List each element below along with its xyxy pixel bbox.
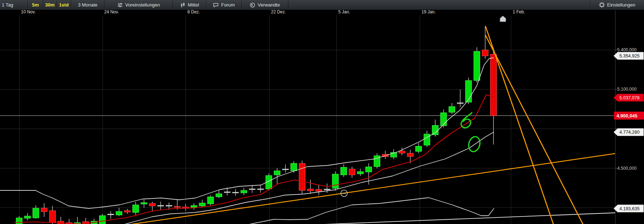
sliders-icon [117, 2, 123, 8]
candlestick-icon [180, 2, 186, 8]
forum-label: Forum [221, 2, 235, 8]
price-flag-label: 5.354,925 [619, 53, 640, 59]
bearish-candle [149, 203, 156, 206]
einstellungen-label: Einstellungen [607, 2, 635, 8]
timeframe-30m-label: 30m [45, 2, 55, 8]
gear-icon [599, 2, 605, 8]
date-label: 19 Jan. [421, 9, 436, 14]
bullish-candle [416, 146, 422, 151]
timeframe-30m-button[interactable]: 30m [43, 0, 57, 10]
bullish-candle [216, 194, 222, 197]
doji-candle [107, 214, 114, 215]
bullish-candle [33, 208, 39, 218]
bullish-candle [141, 203, 147, 204]
bullish-candle [25, 216, 31, 218]
bearish-candle [316, 189, 322, 191]
bullish-candle [199, 203, 206, 206]
date-label: 5 Jan. [338, 9, 350, 14]
bearish-candle [491, 54, 497, 116]
date-label: 10 Nov. [21, 9, 35, 14]
voreinstellungen-label: Voreinstellungen [125, 2, 160, 8]
einstellungen-button[interactable]: Einstellungen [590, 0, 644, 10]
date-label: 1 Feb. [513, 9, 525, 14]
bullish-candle [116, 211, 122, 215]
bearish-candle [124, 211, 131, 212]
doji-candle [324, 189, 330, 190]
bullish-candle [341, 167, 347, 175]
mittel-button[interactable]: Mittel [173, 0, 206, 10]
price-flag-label: 5.037,078 [619, 95, 640, 100]
bearish-candle [174, 206, 181, 207]
price-flag-label: 4.193,635 [619, 206, 640, 211]
chart-canvas[interactable]: 10 Nov.24 Nov.8 Dez.22 Dez.5 Jan.19 Jan.… [0, 0, 644, 224]
price-flag-label: 4.774,280 [619, 130, 640, 135]
bullish-candle [424, 134, 430, 145]
toolbar-spacer [288, 0, 590, 10]
doji-candle [224, 191, 230, 193]
bullish-candle [474, 51, 480, 81]
mittel-label: Mittel [188, 2, 199, 8]
bullish-candle [16, 218, 22, 224]
doji-candle [232, 192, 239, 193]
timeframe-1std-button[interactable]: 1std [57, 0, 71, 10]
eye-icon [250, 2, 255, 8]
doji-candle [166, 205, 172, 206]
forum-button[interactable]: Forum [206, 0, 242, 10]
bullish-candle [449, 107, 455, 112]
bullish-candle [241, 190, 247, 193]
bearish-candle [349, 169, 355, 175]
date-label: 8 Dez. [187, 9, 200, 14]
bullish-candle [274, 171, 280, 175]
bearish-candle [399, 151, 405, 153]
bullish-candle [191, 206, 197, 207]
timeframe-1std-label: 1std [59, 2, 69, 8]
timeframe-1tag-label: 1 Tag [2, 2, 13, 8]
bullish-candle [432, 125, 438, 135]
range-3monate-button[interactable]: 3 Monate [71, 0, 105, 10]
doji-candle [249, 189, 255, 190]
current-price-band-label: 4.900,045 [617, 113, 637, 119]
bullish-candle [441, 113, 447, 126]
verwandte-label: Verwandte [258, 2, 280, 8]
timeframe-5m-button[interactable]: 5m [28, 0, 43, 10]
range-3monate-label: 3 Monate [78, 2, 97, 8]
bullish-candle [133, 205, 139, 212]
date-label: 22 Dez. [271, 9, 286, 14]
bullish-candle [332, 174, 339, 188]
bearish-candle [50, 211, 56, 223]
bullish-candle [466, 81, 472, 102]
bullish-candle [99, 216, 106, 224]
bullish-candle [208, 197, 214, 204]
trading-app: { "toolbar": { "buttons": [ {"label": "1… [0, 0, 644, 224]
bearish-candle [41, 208, 47, 212]
doji-candle [282, 169, 289, 170]
bearish-candle [308, 189, 314, 191]
voreinstellungen-button[interactable]: Voreinstellungen [105, 0, 173, 10]
bearish-candle [482, 50, 488, 56]
bearish-candle [407, 153, 414, 156]
doji-candle [257, 189, 264, 190]
bullish-candle [366, 167, 372, 172]
speech-bubble-icon [213, 2, 219, 8]
timeframe-1tag-button[interactable]: 1 Tag [0, 0, 28, 10]
doji-candle [157, 205, 164, 206]
bullish-candle [291, 163, 297, 171]
date-label: 24 Nov. [104, 9, 119, 14]
bullish-candle [357, 172, 364, 174]
verwandte-button[interactable]: Verwandte [242, 0, 288, 10]
toolbar: 1 Tag 5m 30m 1std 3 Monate Voreinstellun… [0, 0, 644, 10]
timeframe-5m-label: 5m [32, 2, 39, 8]
doji-candle [457, 103, 463, 104]
